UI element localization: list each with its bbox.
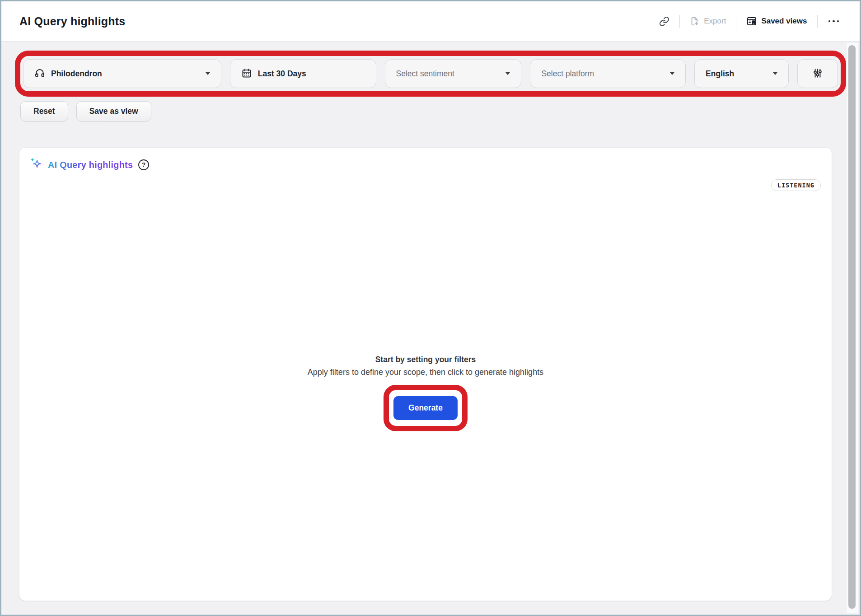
platform-placeholder: Select platform bbox=[541, 69, 594, 79]
header-divider bbox=[736, 15, 736, 28]
card-title: AI Query highlights bbox=[48, 160, 133, 170]
link-icon bbox=[659, 16, 669, 27]
empty-state-heading: Start by setting your filters bbox=[375, 355, 476, 364]
calendar-icon bbox=[241, 68, 252, 80]
saved-views-label: Saved views bbox=[761, 17, 807, 26]
filter-actions: Reset Save as view bbox=[20, 101, 860, 121]
topic-filter-dropdown[interactable]: Philodendron bbox=[23, 59, 221, 88]
export-label: Export bbox=[704, 17, 726, 26]
language-value: English bbox=[706, 69, 734, 79]
platform-filter-dropdown[interactable]: Select platform bbox=[530, 59, 686, 88]
save-as-view-button[interactable]: Save as view bbox=[76, 101, 151, 121]
scrollbar-thumb[interactable] bbox=[848, 45, 856, 609]
annotation-generate-button: Generate bbox=[384, 385, 468, 431]
advanced-filters-button[interactable] bbox=[797, 59, 838, 88]
header-toolbar: Export Saved views bbox=[659, 15, 840, 28]
header-divider bbox=[817, 15, 818, 28]
page-title: AI Query highlights bbox=[19, 15, 125, 28]
svg-text:?: ? bbox=[142, 161, 145, 168]
listening-badge: LISTENING bbox=[771, 179, 821, 191]
date-range-value: Last 30 Days bbox=[258, 69, 306, 79]
export-file-icon bbox=[690, 16, 700, 26]
reset-button[interactable]: Reset bbox=[20, 101, 68, 121]
sparkle-icon bbox=[30, 158, 43, 172]
page-header: AI Query highlights Export bbox=[1, 1, 860, 42]
language-filter-dropdown[interactable]: English bbox=[694, 59, 789, 88]
empty-state-subtext: Apply filters to define your scope, then… bbox=[308, 368, 543, 377]
filter-bar: Philodendron Last 30 Days Select sentime… bbox=[23, 59, 838, 88]
badge-row: LISTENING bbox=[30, 179, 821, 191]
sliders-icon bbox=[812, 67, 824, 80]
header-divider bbox=[679, 15, 680, 28]
card-header: AI Query highlights ? bbox=[30, 158, 821, 172]
saved-views-button[interactable]: Saved views bbox=[746, 16, 807, 27]
chevron-down-icon bbox=[505, 72, 510, 75]
annotation-filter-bar: Philodendron Last 30 Days Select sentime… bbox=[15, 51, 846, 97]
generate-button[interactable]: Generate bbox=[393, 396, 458, 420]
topic-filter-value: Philodendron bbox=[51, 69, 102, 79]
date-range-filter[interactable]: Last 30 Days bbox=[230, 59, 376, 88]
copy-link-button[interactable] bbox=[659, 16, 669, 27]
ai-query-highlights-card: AI Query highlights ? LISTENING Start by… bbox=[19, 148, 832, 601]
export-button[interactable]: Export bbox=[690, 16, 726, 26]
ellipsis-icon bbox=[828, 20, 831, 23]
sentiment-placeholder: Select sentiment bbox=[396, 69, 454, 79]
help-icon[interactable]: ? bbox=[138, 159, 150, 171]
saved-views-icon bbox=[746, 16, 757, 27]
chevron-down-icon bbox=[670, 72, 674, 75]
chevron-down-icon bbox=[773, 72, 777, 75]
sentiment-filter-dropdown[interactable]: Select sentiment bbox=[385, 59, 522, 88]
headphones-icon bbox=[34, 68, 45, 80]
empty-state: Start by setting your filters Apply filt… bbox=[30, 191, 821, 591]
chevron-down-icon bbox=[206, 72, 210, 75]
more-options-button[interactable] bbox=[828, 18, 840, 25]
